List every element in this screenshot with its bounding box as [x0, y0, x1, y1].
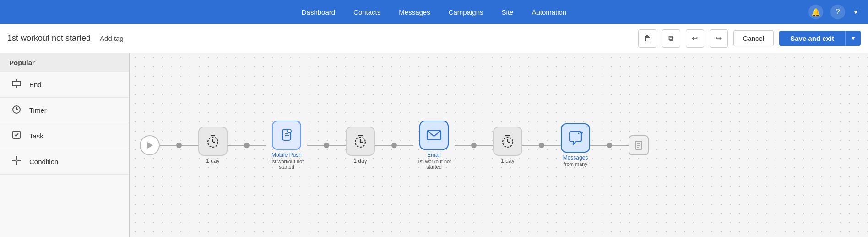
toolbar: 1st workout not started Add tag 🗑 ⧉ ↩ ↪ …	[0, 24, 868, 53]
push1-type: Mobile Push	[271, 152, 302, 158]
workflow-title: 1st workout not started	[7, 33, 91, 43]
flow-dot-3	[324, 143, 329, 148]
sidebar-end-label: End	[29, 81, 42, 88]
flow-node-timer3[interactable]: 1 day	[493, 127, 522, 164]
flow-connector-3b	[329, 145, 346, 146]
svg-rect-7	[13, 131, 20, 138]
push1-box[interactable]	[272, 121, 301, 150]
flow-dot-2	[244, 143, 250, 148]
flow-dot-5	[471, 143, 477, 148]
undo-button[interactable]: ↩	[686, 29, 704, 48]
svg-marker-15	[147, 142, 153, 149]
messages1-box[interactable]	[561, 123, 590, 153]
flow-connector-5	[455, 145, 471, 146]
save-exit-button[interactable]: Save and exit	[779, 31, 845, 46]
user-menu-chevron[interactable]: ▼	[852, 8, 859, 16]
timer3-label: 1 day	[501, 158, 514, 164]
messages1-sub: from many	[564, 161, 587, 167]
sidebar-item-condition[interactable]: Condition	[0, 149, 129, 175]
push1-sub: 1st workout not started	[266, 159, 307, 170]
svg-rect-0	[12, 81, 21, 86]
flow-container: 1 day Mobile Push 1st workout not s	[140, 121, 649, 170]
undo-icon: ↩	[692, 34, 698, 43]
flow-connector-4	[375, 145, 391, 146]
flow-dot-6	[539, 143, 544, 148]
sidebar-timer-label: Timer	[29, 106, 47, 114]
sidebar-item-task[interactable]: Task	[0, 123, 129, 149]
email1-type: Email	[427, 152, 441, 158]
sidebar-item-end[interactable]: End	[0, 72, 129, 98]
nav-campaigns[interactable]: Campaigns	[449, 8, 483, 16]
flow-node-messages1[interactable]: Messages from many	[561, 123, 590, 167]
condition-icon	[11, 155, 22, 168]
timer1-box[interactable]	[198, 127, 228, 156]
flow-start-node[interactable]	[140, 135, 160, 155]
svg-line-9	[16, 133, 18, 136]
task-icon	[11, 130, 22, 142]
nav-contacts[interactable]: Contacts	[353, 8, 380, 16]
bell-icon-button[interactable]: 🔔	[808, 5, 823, 19]
email1-box[interactable]	[419, 121, 449, 150]
sidebar: Popular End Timer	[0, 53, 130, 237]
flow-connector-2b	[250, 145, 266, 146]
flow-connector-3	[307, 145, 324, 146]
nav-messages[interactable]: Messages	[399, 8, 430, 16]
redo-button[interactable]: ↪	[710, 29, 728, 48]
nav-dashboard[interactable]: Dashboard	[302, 8, 335, 16]
add-tag-button[interactable]: Add tag	[96, 33, 127, 44]
save-button-group: Save and exit ▼	[779, 31, 861, 46]
svg-point-34	[578, 133, 580, 134]
canvas: 1 day Mobile Push 1st workout not s	[130, 53, 868, 237]
flow-connector-6b	[544, 145, 561, 146]
help-icon-button[interactable]: ?	[830, 5, 845, 19]
save-dropdown-button[interactable]: ▼	[845, 31, 861, 46]
copy-button[interactable]: ⧉	[662, 29, 680, 48]
end-icon	[11, 78, 22, 91]
flow-node-timer2[interactable]: 1 day	[346, 127, 375, 164]
copy-icon: ⧉	[668, 34, 673, 43]
sidebar-section-popular: Popular	[0, 53, 129, 72]
main-area: Popular End Timer	[0, 53, 868, 237]
delete-icon: 🗑	[644, 34, 651, 43]
cancel-button[interactable]: Cancel	[733, 30, 774, 46]
flow-dot-7	[607, 143, 612, 148]
flow-connector-6	[522, 145, 539, 146]
nav-site[interactable]: Site	[502, 8, 514, 16]
redo-icon: ↪	[716, 34, 722, 43]
sidebar-condition-label: Condition	[29, 158, 58, 165]
flow-connector-4b	[397, 145, 413, 146]
flow-end-node[interactable]	[629, 135, 649, 155]
timer3-box[interactable]	[493, 127, 522, 156]
flow-connector-1b	[182, 145, 198, 146]
timer2-label: 1 day	[353, 158, 367, 164]
sidebar-task-label: Task	[29, 132, 43, 140]
nav-automation[interactable]: Automation	[532, 8, 566, 16]
sidebar-item-timer[interactable]: Timer	[0, 98, 129, 123]
flow-connector-5b	[477, 145, 493, 146]
email1-sub: 1st workout not started	[413, 159, 455, 170]
svg-point-22	[288, 130, 291, 132]
flow-node-push1[interactable]: Mobile Push 1st workout not started	[266, 121, 307, 170]
svg-point-10	[16, 160, 17, 161]
flow-node-email1[interactable]: Email 1st workout not started	[413, 121, 455, 170]
timer-icon	[11, 104, 22, 116]
timer2-box[interactable]	[346, 127, 375, 156]
flow-dot-1	[176, 143, 182, 148]
nav-right: 🔔 ? ▼	[808, 5, 859, 19]
top-nav: Dashboard Contacts Messages Campaigns Si…	[0, 0, 868, 24]
flow-dot-4	[391, 143, 397, 148]
flow-connector-7	[590, 145, 607, 146]
save-chevron-icon: ▼	[850, 35, 856, 42]
delete-button[interactable]: 🗑	[638, 29, 656, 48]
flow-connector-7b	[612, 145, 629, 146]
flow-connector-2	[228, 145, 244, 146]
messages1-type: Messages	[563, 154, 588, 161]
timer1-label: 1 day	[206, 158, 219, 164]
flow-node-timer1[interactable]: 1 day	[198, 127, 228, 164]
flow-connector-1	[160, 145, 176, 146]
